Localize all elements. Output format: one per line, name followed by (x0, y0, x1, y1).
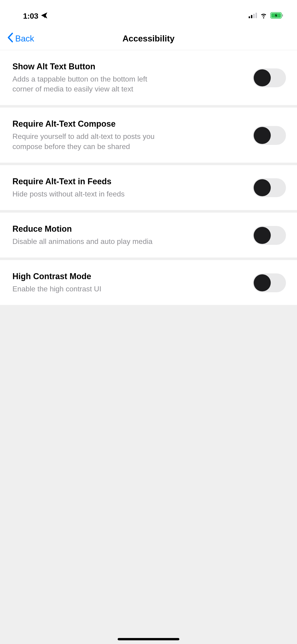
setting-require-alt-text-compose: Require Alt-Text Compose Require yoursel… (0, 108, 297, 162)
location-icon (40, 12, 48, 20)
setting-desc: Require yourself to add alt-text to post… (12, 132, 169, 151)
toggle-knob (254, 69, 271, 86)
wifi-icon (260, 12, 267, 20)
setting-require-alt-text-feeds: Require Alt-Text in Feeds Hide posts wit… (0, 165, 297, 210)
toggle-reduce-motion[interactable] (253, 226, 286, 245)
status-bar: 1:03 (0, 0, 297, 27)
cellular-signal-icon (249, 12, 257, 20)
setting-text: Require Alt-Text in Feeds Hide posts wit… (12, 177, 244, 199)
svg-rect-6 (282, 14, 283, 16)
toggle-high-contrast[interactable] (253, 274, 286, 292)
svg-rect-0 (249, 16, 250, 18)
setting-text: Show Alt Text Button Adds a tappable but… (12, 62, 244, 94)
setting-show-alt-text: Show Alt Text Button Adds a tappable but… (0, 50, 297, 105)
svg-rect-2 (253, 14, 255, 18)
setting-text: Require Alt-Text Compose Require yoursel… (12, 119, 244, 151)
toggle-knob (254, 274, 271, 291)
battery-charging-icon (270, 12, 283, 20)
svg-rect-1 (251, 15, 252, 18)
svg-rect-3 (256, 13, 257, 18)
setting-title: Require Alt-Text Compose (12, 119, 244, 129)
back-label: Back (15, 34, 34, 44)
toggle-require-alt-text-compose[interactable] (253, 126, 286, 145)
setting-text: Reduce Motion Disable all animations and… (12, 224, 244, 246)
setting-high-contrast: High Contrast Mode Enable the high contr… (0, 260, 297, 305)
toggle-knob (254, 127, 271, 144)
back-button[interactable]: Back (0, 33, 34, 44)
chevron-back-icon (7, 33, 14, 44)
setting-title: Show Alt Text Button (12, 62, 244, 72)
toggle-knob (254, 179, 271, 196)
settings-list: Show Alt Text Button Adds a tappable but… (0, 50, 297, 305)
status-left: 1:03 (23, 12, 48, 20)
toggle-knob (254, 227, 271, 244)
setting-title: High Contrast Mode (12, 272, 244, 281)
setting-text: High Contrast Mode Enable the high contr… (12, 272, 244, 294)
setting-desc: Disable all animations and auto play med… (12, 236, 169, 246)
nav-bar: Back Accessibility (0, 27, 297, 50)
toggle-show-alt-text[interactable] (253, 68, 286, 87)
home-indicator (118, 638, 179, 640)
page-title: Accessibility (122, 34, 174, 44)
status-time: 1:03 (23, 12, 38, 20)
setting-title: Require Alt-Text in Feeds (12, 177, 244, 186)
setting-title: Reduce Motion (12, 224, 244, 234)
toggle-require-alt-text-feeds[interactable] (253, 178, 286, 197)
setting-desc: Enable the high contrast UI (12, 284, 169, 294)
setting-reduce-motion: Reduce Motion Disable all animations and… (0, 212, 297, 258)
setting-desc: Adds a tappable button on the bottom lef… (12, 74, 169, 94)
setting-desc: Hide posts without alt-text in feeds (12, 189, 169, 199)
status-right (249, 12, 283, 20)
